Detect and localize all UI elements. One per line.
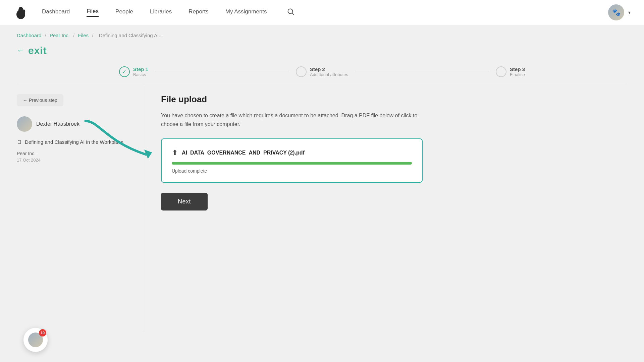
back-arrow-icon[interactable]: ← (17, 46, 24, 55)
sidebar-filename: Defining and Classifying AI in the Workp… (25, 138, 123, 145)
app-logo[interactable] (13, 5, 29, 20)
svg-line-4 (292, 13, 294, 15)
breadcrumb: Dashboard / Pear Inc. / Files / Defining… (0, 25, 644, 42)
upload-filename: AI_DATA_GOVERNANCE_AND_PRIVACY (2).pdf (182, 150, 305, 156)
step-connector-1 (155, 72, 289, 72)
step-2: Step 2 Additional attributes (296, 66, 348, 77)
sidebar-org: Pear Inc. (17, 151, 137, 156)
step-3: Step 3 Finalise (496, 66, 525, 77)
file-doc-icon: 🗒 (17, 139, 22, 145)
header: Dashboard Files People Libraries Reports… (0, 0, 644, 25)
sidebar-user: Dexter Haasbroek (17, 116, 137, 132)
exit-row: ← exit (0, 42, 644, 63)
next-button[interactable]: Next (161, 193, 208, 210)
breadcrumb-sep-3: / (92, 33, 95, 38)
main-nav: Dashboard Files People Libraries Reports… (42, 8, 608, 17)
upload-arrow-icon: ⬆ (172, 148, 178, 157)
breadcrumb-files[interactable]: Files (78, 33, 89, 38)
breadcrumb-sep-2: / (73, 33, 76, 38)
step-2-text: Step 2 Additional attributes (310, 66, 348, 77)
sidebar: ← Previous step Dexter Haasbroek 🗒 Defin… (17, 84, 144, 332)
breadcrumb-pear-inc[interactable]: Pear Inc. (50, 33, 70, 38)
sidebar-avatar (17, 116, 32, 132)
step-2-subtitle: Additional attributes (310, 72, 348, 77)
header-right: 🐾 ▾ (608, 4, 631, 20)
nav-my-assignments[interactable]: My Assignments (225, 8, 267, 16)
sidebar-file: 🗒 Defining and Classifying AI in the Wor… (17, 138, 137, 145)
content-description: You have chosen to create a file which r… (161, 111, 423, 128)
step-1-title: Step 1 (133, 66, 148, 72)
step-2-title: Step 2 (310, 66, 348, 72)
progress-bar-fill (172, 162, 412, 165)
progress-bar-wrap (172, 162, 412, 165)
upload-dropzone[interactable]: ⬆ AI_DATA_GOVERNANCE_AND_PRIVACY (2).pdf… (161, 138, 423, 183)
step-1-text: Step 1 Basics (133, 66, 148, 77)
step-3-title: Step 3 (510, 66, 525, 72)
search-icon[interactable] (287, 8, 294, 17)
step-1-subtitle: Basics (133, 72, 148, 77)
step-3-icon (496, 66, 506, 77)
step-connector-2 (355, 72, 489, 72)
main-content: ← Previous step Dexter Haasbroek 🗒 Defin… (0, 84, 644, 332)
chevron-down-icon[interactable]: ▾ (628, 10, 631, 15)
step-1: ✓ Step 1 Basics (119, 66, 148, 77)
breadcrumb-current: Defining and Classifying AI... (99, 33, 163, 38)
nav-files[interactable]: Files (87, 8, 99, 17)
upload-file-row: ⬆ AI_DATA_GOVERNANCE_AND_PRIVACY (2).pdf (172, 148, 412, 157)
steps-bar: ✓ Step 1 Basics Step 2 Additional attrib… (0, 63, 644, 84)
avatar[interactable]: 🐾 (608, 4, 624, 20)
content-title: File upload (161, 94, 627, 105)
content-area: File upload You have chosen to create a … (144, 84, 627, 332)
step-1-icon: ✓ (119, 66, 130, 77)
notification-fab[interactable]: 10 (23, 328, 48, 352)
sidebar-user-name: Dexter Haasbroek (36, 121, 79, 127)
nav-libraries[interactable]: Libraries (150, 8, 172, 16)
step-2-icon (296, 66, 307, 77)
prev-step-button[interactable]: ← Previous step (17, 94, 63, 106)
exit-label[interactable]: exit (28, 45, 47, 56)
nav-reports[interactable]: Reports (189, 8, 209, 16)
breadcrumb-sep-1: / (45, 33, 48, 38)
breadcrumb-dashboard[interactable]: Dashboard (17, 33, 41, 38)
upload-status: Upload complete (172, 168, 207, 174)
step-3-subtitle: Finalise (510, 72, 525, 77)
nav-people[interactable]: People (115, 8, 133, 16)
notification-badge: 10 (39, 329, 46, 337)
sidebar-date: 17 Oct 2024 (17, 158, 137, 163)
nav-dashboard[interactable]: Dashboard (42, 8, 70, 16)
step-3-text: Step 3 Finalise (510, 66, 525, 77)
